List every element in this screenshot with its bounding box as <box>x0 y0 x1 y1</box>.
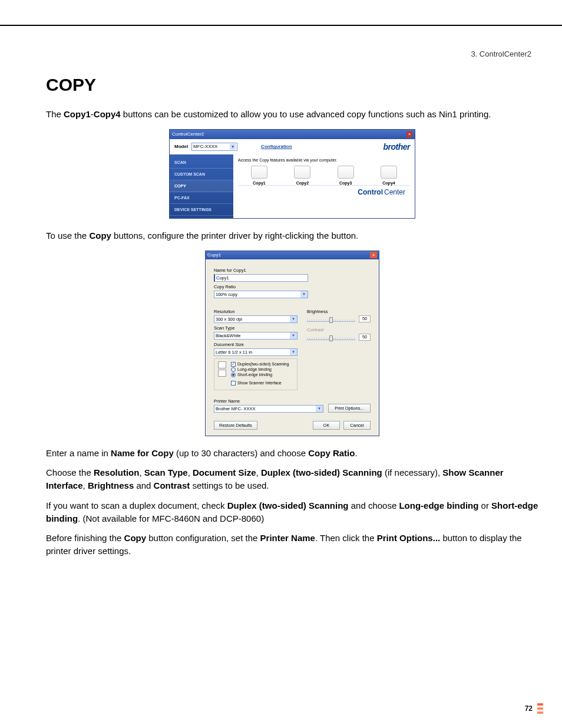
document-size-select[interactable]: Letter 8 1/2 x 11 in▼ <box>214 348 297 356</box>
chevron-down-icon: ▼ <box>300 291 308 298</box>
scan-type-label: Scan Type <box>214 325 297 331</box>
show-scanner-checkbox[interactable]: Show Scanner Interface <box>231 381 289 386</box>
text: To use the <box>46 230 89 241</box>
copy-ratio-select[interactable]: 100% copy▼ <box>214 291 308 298</box>
close-icon[interactable]: × <box>370 252 377 258</box>
chevron-down-icon: ▼ <box>230 144 236 150</box>
text-bold: Scan Type <box>144 467 188 477</box>
text: button configuration, set the <box>146 533 260 543</box>
resolution-select[interactable]: 300 x 300 dpi▼ <box>214 315 297 323</box>
printer-icon <box>381 166 397 179</box>
contrast-slider[interactable] <box>307 338 355 340</box>
text-bold: Document Size <box>193 467 256 477</box>
ok-button[interactable]: OK <box>313 421 340 430</box>
text: . Then click the <box>315 533 377 543</box>
brightness-slider[interactable] <box>307 319 355 322</box>
printer-name-label: Printer Name <box>214 398 323 404</box>
name-for-copy-label: Name for Copy1 <box>214 268 371 273</box>
text: The <box>46 109 64 119</box>
short-edge-label: Short-edge binding <box>237 373 272 377</box>
cancel-button[interactable]: Cancel <box>343 421 371 430</box>
copy-ratio-label: Copy Ratio <box>214 284 371 289</box>
restore-defaults-button[interactable]: Restore Defaults <box>214 421 257 430</box>
sidebar-item-pcfax[interactable]: PC-FAX <box>170 192 233 204</box>
copy3-button[interactable]: Copy3 <box>328 166 363 185</box>
paragraph: Before finishing the Copy button configu… <box>46 532 538 558</box>
chevron-down-icon: ▼ <box>290 332 297 339</box>
text: or <box>478 500 491 510</box>
chevron-down-icon: ▼ <box>290 349 297 355</box>
model-select[interactable]: MFC-XXXX ▼ <box>191 143 237 151</box>
text: Choose the <box>46 467 94 477</box>
sidebar-item-copy[interactable]: COPY <box>170 180 233 192</box>
controlcenter-logo: Center <box>384 188 405 196</box>
close-icon[interactable]: × <box>406 131 412 137</box>
dialog-title: Copy1 <box>207 252 221 258</box>
name-value: Copy1 <box>216 275 229 281</box>
copy2-label: Copy2 <box>296 181 309 185</box>
brightness-label: Brightness <box>307 309 371 314</box>
text: buttons can be customized to allow you t… <box>121 109 491 119</box>
chevron-down-icon: ▼ <box>290 316 297 322</box>
contrast-value: 50 <box>359 334 371 341</box>
text: . <box>355 448 357 458</box>
paragraph: If you want to scan a duplex document, c… <box>46 499 538 525</box>
document-size-value: Letter 8 1/2 x 11 in <box>216 350 252 355</box>
short-edge-radio[interactable]: Short-edge binding <box>231 373 289 377</box>
text: Enter a name in <box>46 448 111 458</box>
text-bold: Resolution <box>94 467 140 477</box>
page-edge-marks <box>537 701 543 714</box>
text-bold: Copy <box>89 230 111 241</box>
name-for-copy-input[interactable]: Copy1 <box>214 274 308 282</box>
duplex-checkbox[interactable]: ✓Duplex(two-sided) Scanning <box>231 362 289 367</box>
duplex-icon <box>217 361 227 386</box>
printer-name-select[interactable]: Brother MFC- XXXX▼ <box>214 405 323 413</box>
text-bold: Copy Ratio <box>308 448 355 458</box>
text-bold: Long-edge binding <box>399 500 478 510</box>
text: (up to 30 characters) and choose <box>174 448 308 458</box>
print-options-button[interactable]: Print Options... <box>328 404 371 413</box>
radio-icon <box>231 367 236 372</box>
sidebar-item-scan[interactable]: SCAN <box>170 157 233 169</box>
printer-icon <box>338 166 354 179</box>
text: buttons, configure the printer driver by… <box>111 230 358 241</box>
sidebar-item-custom-scan[interactable]: CUSTOM SCAN <box>170 169 233 180</box>
window-titlebar: ControlCenter2 × <box>170 130 415 139</box>
checkbox-icon: ✓ <box>231 362 236 367</box>
text: , <box>256 467 261 477</box>
sidebar: SCAN CUSTOM SCAN COPY PC-FAX DEVICE SETT… <box>170 154 233 218</box>
page-title: COPY <box>46 75 538 95</box>
text-bold: Copy <box>124 533 147 543</box>
contrast-label: Contrast <box>307 327 371 332</box>
copy1-button[interactable]: Copy1 <box>242 166 277 185</box>
text-bold: Printer Name <box>260 533 315 543</box>
text: Before finishing the <box>46 533 124 543</box>
copy1-dialog: Copy1 × Name for Copy1 Copy1 Copy Ratio … <box>205 251 379 436</box>
copy4-button[interactable]: Copy4 <box>371 166 406 185</box>
printer-name-value: Brother MFC- XXXX <box>216 406 256 411</box>
text-bold: Brightness <box>88 480 134 490</box>
printer-icon <box>251 166 267 179</box>
slider-thumb-icon[interactable] <box>329 335 333 341</box>
paragraph: Choose the Resolution, Scan Type, Docume… <box>46 466 538 492</box>
slider-thumb-icon[interactable] <box>329 317 333 323</box>
text-bold: Name for Copy <box>111 448 174 458</box>
text-bold: Copy4 <box>94 109 121 119</box>
configuration-link[interactable]: Configuration <box>261 144 292 149</box>
resolution-value: 300 x 300 dpi <box>216 317 242 322</box>
scan-type-select[interactable]: Black&White▼ <box>214 332 297 340</box>
text: . (Not available for MFC-8460N and DCP-8… <box>78 513 264 523</box>
copy1-label: Copy1 <box>253 181 265 185</box>
top-bar <box>0 0 562 26</box>
copy2-button[interactable]: Copy2 <box>285 166 320 185</box>
text-bold: Copy1 <box>64 109 91 119</box>
scan-type-value: Black&White <box>216 333 241 338</box>
long-edge-radio[interactable]: Long-edge binding <box>231 367 289 372</box>
sidebar-item-device-settings[interactable]: DEVICE SETTINGS <box>170 204 233 216</box>
model-value: MFC-XXXX <box>193 144 217 149</box>
text-bold: Duplex (two-sided) Scanning <box>261 467 382 477</box>
dialog-titlebar: Copy1 × <box>206 251 379 259</box>
text-bold: Print Options... <box>377 533 441 543</box>
brightness-value: 50 <box>359 315 371 322</box>
show-scanner-label: Show Scanner Interface <box>237 381 282 385</box>
